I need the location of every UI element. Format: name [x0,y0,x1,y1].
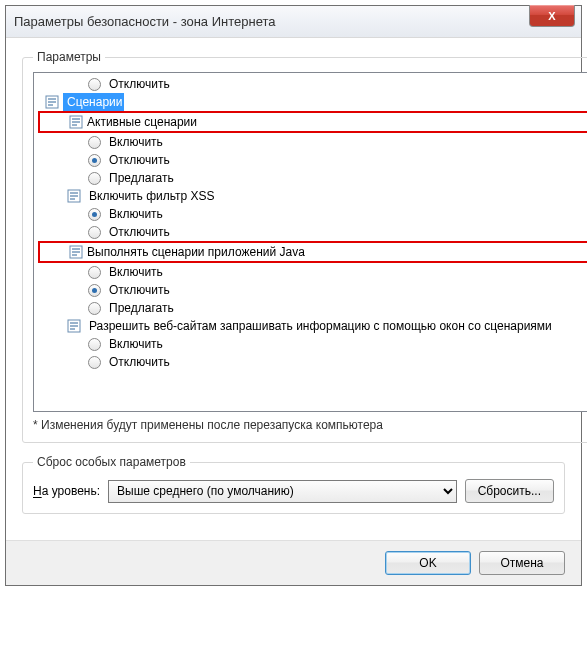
radio-icon [88,154,101,167]
tree-label: Включить фильтр XSS [85,187,215,205]
script-icon [66,188,82,204]
radio-icon [88,284,101,297]
restart-note: * Изменения будут применены после переза… [33,418,587,432]
window-title: Параметры безопасности - зона Интернета [14,14,276,29]
tree-label: Сценарии [63,93,124,111]
reset-level-combo[interactable]: Выше среднего (по умолчанию) [108,480,457,503]
radio-icon [88,356,101,369]
radio-icon [88,78,101,91]
tree-radio-row[interactable]: Предлагать [36,299,587,317]
tree-label: Предлагать [105,299,174,317]
reset-legend: Сброс особых параметров [33,455,190,469]
radio-icon [88,172,101,185]
scripts-category-icon [44,94,60,110]
close-icon: X [548,10,555,22]
tree-category-row[interactable]: Сценарии [36,93,587,111]
reset-button[interactable]: Сбросить... [465,479,554,503]
tree-label: Включить [105,263,163,281]
tree-radio-row[interactable]: Отключить [36,75,587,93]
tree-category-row[interactable]: Разрешить веб-сайтам запрашивать информа… [36,317,587,335]
tree-radio-row[interactable]: Включить [36,133,587,151]
tree-label: Отключить [105,353,170,371]
radio-icon [88,136,101,149]
tree-radio-row[interactable]: Отключить [36,223,587,241]
ok-button[interactable]: OK [385,551,471,575]
reset-groupbox: Сброс особых параметров На уровень: Выше… [22,455,565,514]
tree-radio-row[interactable]: Отключить [36,281,587,299]
tree-radio-row[interactable]: Включить [36,205,587,223]
reset-level-label: На уровень: [33,484,100,498]
tree-label: Включить [105,133,163,151]
highlight-box-java-scripts: Выполнять сценарии приложений Java [38,241,587,263]
tree-label: Разрешить веб-сайтам запрашивать информа… [85,317,552,335]
tree-radio-row[interactable]: Включить [36,263,587,281]
parameters-groupbox: Параметры Отключить Сценарии Активные сц… [22,50,587,443]
radio-icon [88,266,101,279]
tree-label: Выполнять сценарии приложений Java [87,245,305,259]
tree-label: Предлагать [105,169,174,187]
script-icon [66,318,82,334]
tree-category-row[interactable]: Выполнять сценарии приложений Java [40,243,587,261]
tree-radio-row[interactable]: Отключить [36,353,587,371]
dialog-footer: OK Отмена [6,540,581,585]
radio-icon [88,338,101,351]
dialog-body: Параметры Отключить Сценарии Активные сц… [6,38,581,540]
tree-label: Отключить [105,75,170,93]
settings-tree[interactable]: Отключить Сценарии Активные сценарии Вкл… [33,72,587,412]
tree-label: Включить [105,205,163,223]
parameters-legend: Параметры [33,50,105,64]
cancel-button[interactable]: Отмена [479,551,565,575]
radio-icon [88,226,101,239]
tree-radio-row[interactable]: Включить [36,335,587,353]
tree-label: Отключить [105,151,170,169]
security-settings-dialog: Параметры безопасности - зона Интернета … [5,5,582,586]
tree-category-row[interactable]: Включить фильтр XSS [36,187,587,205]
tree-radio-row[interactable]: Отключить [36,151,587,169]
script-icon [68,114,84,130]
radio-icon [88,208,101,221]
close-button[interactable]: X [529,5,575,27]
tree-label: Отключить [105,223,170,241]
titlebar[interactable]: Параметры безопасности - зона Интернета … [6,6,581,38]
radio-icon [88,302,101,315]
tree-radio-row[interactable]: Предлагать [36,169,587,187]
script-icon [68,244,84,260]
tree-label: Включить [105,335,163,353]
tree-label: Отключить [105,281,170,299]
tree-category-row[interactable]: Активные сценарии [40,113,587,131]
highlight-box-active-scripts: Активные сценарии [38,111,587,133]
tree-label: Активные сценарии [87,115,197,129]
